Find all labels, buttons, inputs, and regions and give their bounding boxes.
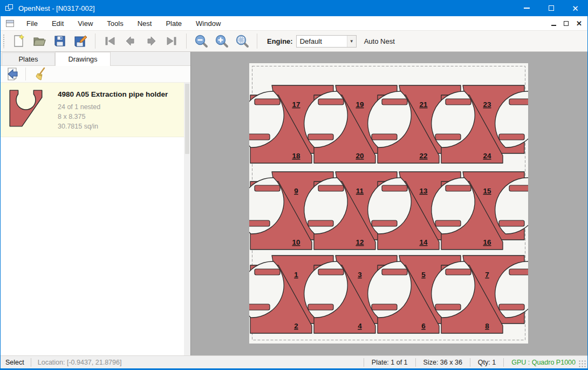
part-prong xyxy=(382,185,407,191)
import-arrow-icon xyxy=(6,67,20,81)
part-number: 21 xyxy=(419,100,428,109)
status-bar: Select Location: [-0.9437, 21.8796] Plat… xyxy=(1,355,587,368)
last-plate-button[interactable] xyxy=(163,33,180,49)
part-prong xyxy=(509,99,528,105)
mdi-minimize-button[interactable] xyxy=(551,25,556,26)
toolbar-grip[interactable] xyxy=(3,34,5,48)
open-folder-icon xyxy=(32,34,46,48)
first-arrow-icon xyxy=(104,35,117,48)
engine-label: Engine: xyxy=(267,37,293,45)
status-qty: Qty: 1 xyxy=(470,359,503,366)
menu-plate[interactable]: Plate xyxy=(159,17,189,30)
part-number: 13 xyxy=(419,187,428,195)
document-icon[interactable] xyxy=(6,20,14,27)
window-title: OpenNest - [N0317-002] xyxy=(18,4,95,12)
part-number: 23 xyxy=(483,100,491,109)
save-as-button[interactable] xyxy=(72,33,88,49)
part-number: 18 xyxy=(292,152,300,160)
drawings-panel: 4980 A05 Extraction pipe holder 24 of 1 … xyxy=(1,65,190,355)
panel-scrollbar[interactable] xyxy=(184,83,190,355)
zoom-out-button[interactable] xyxy=(193,33,209,49)
part-prong xyxy=(499,304,524,310)
part-prong xyxy=(255,185,280,191)
menu-file[interactable]: File xyxy=(19,17,45,30)
tab-plates[interactable]: Plates xyxy=(2,52,55,66)
part-prong xyxy=(382,99,407,105)
part-prong xyxy=(249,304,270,310)
open-button[interactable] xyxy=(31,33,47,49)
part-prong xyxy=(372,220,397,226)
part-prong xyxy=(255,99,280,105)
part-prong xyxy=(308,304,333,310)
part-number: 10 xyxy=(292,238,300,246)
close-button[interactable]: ✕ xyxy=(563,0,587,16)
zoom-fit-button[interactable] xyxy=(234,33,250,49)
part-prong xyxy=(318,185,344,191)
previous-plate-button[interactable] xyxy=(122,33,139,49)
part-number: 19 xyxy=(355,100,364,109)
part-prong xyxy=(499,220,524,226)
maximize-button[interactable] xyxy=(539,0,563,16)
part-number: 3 xyxy=(358,271,362,279)
toolbar-separator xyxy=(257,33,257,49)
status-location: Location: [-0.9437, 21.8796] xyxy=(31,359,128,366)
menu-tools[interactable]: Tools xyxy=(100,17,130,30)
part-number: 2 xyxy=(294,322,298,330)
part-number: 1 xyxy=(294,271,298,279)
part-prong xyxy=(372,304,397,310)
auto-nest-button[interactable]: Auto Nest xyxy=(364,37,395,45)
part-prong xyxy=(318,99,344,105)
part-number: 14 xyxy=(419,238,428,246)
import-drawing-button[interactable] xyxy=(5,66,21,82)
tab-drawings[interactable]: Drawings xyxy=(55,52,111,66)
previous-arrow-icon xyxy=(124,35,137,48)
part-number: 6 xyxy=(421,322,426,330)
last-arrow-icon xyxy=(165,35,178,48)
new-button[interactable] xyxy=(11,33,27,49)
part-prong xyxy=(308,134,333,140)
minimize-button[interactable] xyxy=(515,0,539,16)
menu-window[interactable]: Window xyxy=(189,17,228,30)
part-prong xyxy=(446,185,471,191)
toolbar-separator xyxy=(95,33,95,49)
next-plate-button[interactable] xyxy=(143,33,159,49)
drawing-area: 30.7815 sq/in xyxy=(58,122,168,131)
status-plate: Plate: 1 of 1 xyxy=(364,359,415,366)
part-number: 22 xyxy=(419,152,427,160)
chevron-down-icon: ▼ xyxy=(347,36,356,47)
save-as-icon xyxy=(73,34,87,48)
part-prong xyxy=(509,269,528,275)
part-thumbnail xyxy=(7,88,46,129)
zoom-in-button[interactable] xyxy=(214,33,230,49)
part-number: 24 xyxy=(483,152,491,160)
save-floppy-icon xyxy=(53,34,67,48)
plate-svg: 171819202122232491011121314151612345678 xyxy=(249,63,528,344)
menu-view[interactable]: View xyxy=(71,17,100,30)
mdi-close-button[interactable]: ✕ xyxy=(576,20,582,27)
part-prong xyxy=(318,269,344,275)
drawings-toolbar xyxy=(1,66,190,83)
part-prong xyxy=(382,269,407,275)
drawing-nested-count: 24 of 1 nested xyxy=(58,102,168,112)
save-button[interactable] xyxy=(52,33,68,49)
first-plate-button[interactable] xyxy=(102,33,118,49)
nesting-canvas[interactable]: 171819202122232491011121314151612345678 xyxy=(190,52,587,355)
drawing-size: 8 x 8.375 xyxy=(58,112,168,122)
left-panel: Plates Drawings xyxy=(1,52,190,355)
resize-grip[interactable] xyxy=(579,360,586,368)
mdi-restore-button[interactable] xyxy=(564,21,569,26)
part-prong xyxy=(249,220,270,226)
scrollbar-thumb[interactable] xyxy=(185,84,189,154)
part-prong xyxy=(509,185,528,191)
part-prong xyxy=(446,269,471,275)
clear-drawings-button[interactable] xyxy=(32,66,49,82)
menu-edit[interactable]: Edit xyxy=(45,17,71,30)
part-number: 11 xyxy=(356,187,364,195)
part-prong xyxy=(249,134,270,140)
drawing-list-item[interactable]: 4980 A05 Extraction pipe holder 24 of 1 … xyxy=(1,83,190,137)
menu-nest[interactable]: Nest xyxy=(131,17,159,30)
toolbar-separator xyxy=(25,68,26,80)
engine-select[interactable]: Default ▼ xyxy=(296,35,357,48)
toolbar-separator xyxy=(186,33,187,49)
broom-icon xyxy=(33,67,47,81)
